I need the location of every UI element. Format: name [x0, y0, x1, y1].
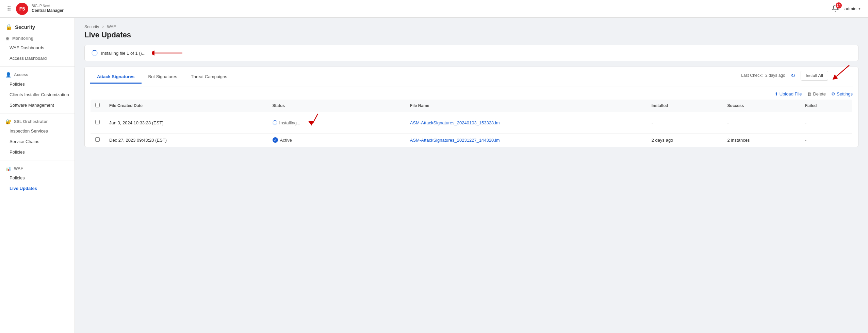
upload-file-link[interactable]: ⬆ Upload File — [774, 91, 802, 97]
divider-1 — [0, 66, 75, 67]
header-failed: Failed — [800, 100, 853, 112]
upload-icon: ⬆ — [774, 91, 778, 97]
header-installed: Installed — [647, 100, 723, 112]
notification-icon[interactable]: 14 — [832, 4, 839, 13]
row2-filename: ASM-AttackSignatures_20231227_144320.im — [405, 134, 647, 147]
sidebar-item-software-management[interactable]: Software Management — [0, 100, 75, 110]
row2-installed: 2 days ago — [647, 134, 723, 147]
tabs-right-controls: Last Check: 2 days ago ↻ Install All — [741, 67, 853, 87]
row2-date: Dec 27, 2023 09:43:20 (EST) — [104, 134, 268, 147]
delete-link[interactable]: 🗑 Delete — [807, 91, 826, 97]
tab-attack-signatures[interactable]: Attack Signatures — [90, 71, 142, 84]
status-active: Active — [273, 137, 400, 143]
svg-line-1 — [836, 65, 849, 76]
row1-status: Installing... — [268, 112, 405, 134]
row1-installed: - — [647, 112, 723, 134]
install-all-button[interactable]: Install All — [801, 71, 828, 81]
access-section: 👤 Access — [0, 69, 75, 79]
row1-file-link[interactable]: ASM-AttackSignatures_20240103_153328.im — [410, 120, 500, 125]
ssl-icon: 🔐 — [5, 119, 11, 124]
waf-icon: 📊 — [5, 166, 11, 171]
monitoring-section: ⊞ Monitoring — [0, 33, 75, 42]
table-row: Jan 3, 2024 10:33:28 (EST) Installing... — [91, 112, 853, 134]
select-all-checkbox[interactable] — [95, 103, 100, 107]
row1-filename: ASM-AttackSignatures_20240103_153328.im — [405, 112, 647, 134]
arrow-annotation-2 — [832, 64, 853, 81]
row1-date: Jan 3, 2024 10:33:28 (EST) — [104, 112, 268, 134]
header-file-created-date: File Created Date — [104, 100, 268, 112]
table-header-row: File Created Date Status File Name Insta… — [91, 100, 853, 112]
last-check-label: Last Check: 2 days ago — [741, 73, 785, 78]
active-status-dot — [273, 137, 278, 143]
arrow-annotation-3 — [306, 113, 323, 127]
sidebar-item-clients-installer[interactable]: Clients Installer Customization — [0, 89, 75, 100]
sidebar-item-inspection-services[interactable]: Inspection Services — [0, 126, 75, 136]
sidebar-item-policies-access[interactable]: Policies — [0, 79, 75, 89]
divider-2 — [0, 113, 75, 113]
tab-threat-campaigns[interactable]: Threat Campaigns — [184, 71, 234, 84]
breadcrumb: Security > WAF — [84, 24, 858, 29]
installing-spinner — [273, 120, 277, 125]
sidebar-item-waf-dashboards[interactable]: WAF Dashboards — [0, 42, 75, 53]
table-row: Dec 27, 2023 09:43:20 (EST) Active ASM-A… — [91, 134, 853, 147]
status-installing: Installing... — [273, 116, 400, 129]
tabs-container: Attack Signatures Bot Signatures Threat … — [84, 67, 858, 147]
top-header: ⠿ F5 BIG-IP Next Central Manager 14 admi… — [0, 0, 868, 18]
row1-checkbox[interactable] — [95, 120, 100, 124]
delete-icon: 🗑 — [807, 91, 812, 97]
sidebar-item-access-dashboard[interactable]: Access Dashboard — [0, 53, 75, 64]
waf-section: 📊 WAF — [0, 163, 75, 173]
sidebar-item-waf-policies[interactable]: Policies — [0, 173, 75, 183]
sidebar-item-live-updates[interactable]: Live Updates — [0, 183, 75, 194]
header-status: Status — [268, 100, 405, 112]
attack-signatures-table: File Created Date Status File Name Insta… — [90, 99, 853, 147]
grid-icon[interactable]: ⠿ — [7, 5, 11, 13]
svg-line-2 — [313, 114, 318, 123]
header-right: 14 admin ▼ — [832, 4, 861, 13]
chevron-down-icon: ▼ — [858, 7, 861, 11]
settings-link[interactable]: ⚙ Settings — [831, 91, 853, 97]
header-file-name: File Name — [405, 100, 647, 112]
spinner-icon — [92, 50, 98, 56]
row2-status: Active — [268, 134, 405, 147]
monitoring-icon: ⊞ — [5, 36, 10, 41]
main-content: Security > WAF Live Updates Installing f… — [75, 18, 868, 333]
app-body: 🔒 Security ⊞ Monitoring WAF Dashboards A… — [0, 18, 868, 333]
security-icon: 🔒 — [5, 24, 12, 30]
divider-3 — [0, 160, 75, 160]
sidebar: 🔒 Security ⊞ Monitoring WAF Dashboards A… — [0, 18, 75, 333]
logo-area: F5 BIG-IP Next Central Manager — [16, 3, 64, 15]
tabs-bar: Attack Signatures Bot Signatures Threat … — [90, 67, 853, 87]
row1-checkbox-cell — [91, 112, 105, 134]
row2-failed: - — [800, 134, 853, 147]
install-banner: Installing file 1 of 1 ()... — [84, 45, 858, 61]
arrow-annotation-1 — [152, 49, 186, 57]
row1-success: - — [723, 112, 800, 134]
header-checkbox-cell — [91, 100, 105, 112]
tab-bot-signatures[interactable]: Bot Signatures — [142, 71, 184, 84]
header-success: Success — [723, 100, 800, 112]
table-actions: ⬆ Upload File 🗑 Delete ⚙ Settings — [90, 91, 853, 97]
refresh-button[interactable]: ↻ — [789, 71, 797, 80]
admin-menu[interactable]: admin ▼ — [845, 6, 861, 11]
sidebar-item-policies-ssl[interactable]: Policies — [0, 147, 75, 157]
logo-text: BIG-IP Next Central Manager — [32, 4, 64, 13]
row2-file-link[interactable]: ASM-AttackSignatures_20231227_144320.im — [410, 138, 500, 143]
page-title: Live Updates — [84, 31, 858, 39]
sidebar-security-title: 🔒 Security — [0, 18, 75, 33]
sidebar-item-service-chains[interactable]: Service Chains — [0, 136, 75, 147]
row1-failed: - — [800, 112, 853, 134]
f5-logo: F5 — [16, 3, 28, 15]
access-icon: 👤 — [5, 72, 11, 77]
row2-checkbox-cell — [91, 134, 105, 147]
ssl-section: 🔐 SSL Orchestrator — [0, 116, 75, 126]
settings-icon: ⚙ — [831, 91, 835, 97]
row2-success: 2 instances — [723, 134, 800, 147]
row2-checkbox[interactable] — [95, 137, 100, 142]
